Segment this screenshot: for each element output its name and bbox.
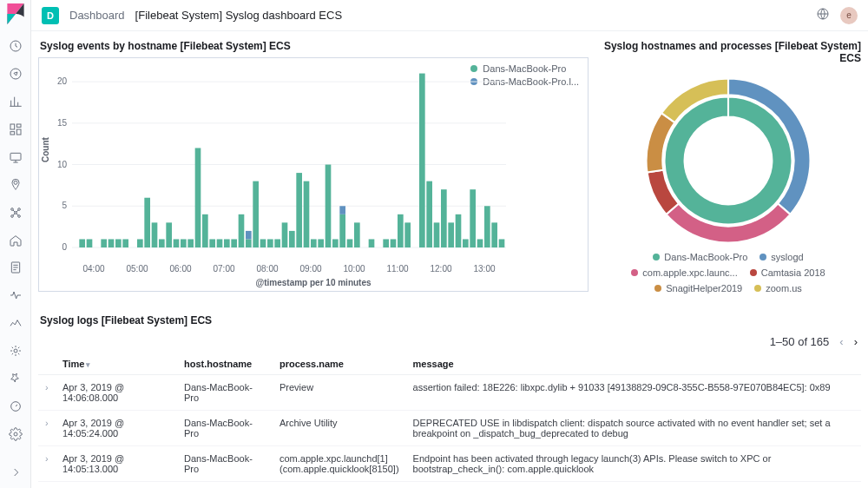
bar-chart[interactable]: Dans-MacBook-Pro Dans-MacBook-Pro.l... C…: [38, 57, 589, 292]
svg-rect-58: [311, 239, 317, 247]
x-axis-label: @timestamp per 10 minutes: [39, 278, 588, 287]
table-row[interactable]: ›Apr 3, 2019 @ 14:03:36.000Dans-MacBook-…: [38, 482, 861, 489]
dashboard-icon[interactable]: [7, 121, 24, 138]
svg-rect-68: [391, 239, 397, 247]
pager-prev-icon[interactable]: ‹: [839, 335, 843, 348]
svg-rect-73: [434, 222, 440, 247]
svg-rect-39: [181, 239, 187, 247]
siem-icon[interactable]: [7, 342, 24, 359]
th-host[interactable]: host.hostname: [177, 353, 273, 375]
svg-rect-53: [274, 239, 280, 247]
side-nav: [0, 0, 31, 488]
svg-rect-29: [101, 239, 107, 247]
svg-text:15: 15: [57, 118, 68, 128]
donut-chart[interactable]: Dans-MacBook-Pro syslogd com.apple.xpc.l…: [595, 69, 861, 304]
svg-rect-27: [79, 239, 85, 247]
cell-host: Dans-MacBook-Pro: [177, 482, 273, 489]
table-row[interactable]: ›Apr 3, 2019 @ 14:06:08.000Dans-MacBook-…: [38, 375, 861, 411]
svg-rect-78: [470, 189, 476, 247]
space-badge[interactable]: D: [42, 7, 59, 24]
dev-tools-icon[interactable]: [7, 370, 24, 387]
management-icon[interactable]: [7, 425, 24, 443]
newsfeed-icon[interactable]: [816, 7, 830, 23]
svg-text:20: 20: [57, 76, 68, 86]
svg-text:5: 5: [62, 201, 67, 210]
kibana-logo[interactable]: [7, 3, 24, 27]
svg-rect-2: [10, 124, 15, 129]
expand-icon[interactable]: ›: [38, 482, 56, 489]
svg-rect-38: [174, 239, 180, 247]
svg-rect-49: [246, 231, 252, 240]
svg-rect-46: [231, 239, 237, 247]
y-axis-label: Count: [41, 137, 50, 162]
svg-rect-44: [217, 239, 223, 247]
svg-rect-71: [419, 74, 425, 247]
table-row[interactable]: ›Apr 3, 2019 @ 14:05:13.000Dans-MacBook-…: [38, 446, 861, 482]
svg-rect-62: [339, 214, 345, 247]
pager-status: 1–50 of 165: [770, 335, 830, 348]
svg-rect-60: [326, 165, 332, 247]
expand-icon[interactable]: ›: [38, 411, 56, 446]
svg-point-8: [10, 208, 13, 210]
canvas-icon[interactable]: [7, 148, 24, 166]
logs-icon[interactable]: [7, 260, 24, 277]
expand-icon[interactable]: ›: [38, 375, 56, 411]
cell-msg: DEPRECATED USE in libdispatch client: di…: [406, 411, 861, 446]
maps-icon[interactable]: [7, 176, 24, 194]
user-avatar[interactable]: e: [840, 7, 858, 24]
uptime-icon[interactable]: [7, 314, 24, 332]
cell-time: Apr 3, 2019 @ 14:03:36.000: [56, 482, 177, 489]
svg-rect-82: [499, 239, 505, 247]
svg-rect-66: [369, 239, 375, 247]
svg-text:0: 0: [62, 242, 67, 252]
monitoring-icon[interactable]: [7, 398, 24, 415]
cell-proc: com.apple.xpc.launchd[1] (com.apple.quic…: [273, 446, 406, 482]
svg-rect-77: [463, 239, 469, 247]
cell-host: Dans-MacBook-Pro: [177, 375, 273, 411]
svg-rect-37: [166, 222, 172, 247]
svg-rect-72: [426, 181, 432, 247]
ml-icon[interactable]: [7, 204, 24, 221]
breadcrumb-root[interactable]: Dashboard: [69, 9, 125, 22]
svg-rect-63: [339, 206, 345, 214]
svg-rect-70: [404, 222, 411, 247]
svg-rect-75: [448, 222, 454, 247]
svg-rect-50: [253, 181, 259, 247]
svg-rect-55: [289, 231, 295, 247]
th-msg[interactable]: message: [406, 353, 861, 375]
syslog-table: Time▾ host.hostname process.name message…: [38, 353, 861, 488]
svg-point-15: [14, 432, 17, 436]
collapse-icon[interactable]: [7, 464, 24, 481]
visualize-icon[interactable]: [7, 93, 24, 110]
top-bar: D Dashboard [Filebeat System] Syslog das…: [31, 0, 868, 31]
svg-rect-36: [159, 239, 165, 247]
donut-chart-title: Syslog hostnames and processes [Filebeat…: [597, 40, 861, 64]
infra-icon[interactable]: [7, 232, 24, 249]
breadcrumb-current: [Filebeat System] Syslog dashboard ECS: [135, 9, 342, 22]
svg-point-9: [17, 208, 20, 210]
table-pager: 1–50 of 165 ‹ ›: [38, 332, 861, 353]
svg-point-1: [10, 69, 21, 79]
svg-rect-79: [477, 239, 483, 247]
svg-rect-5: [10, 131, 15, 134]
cell-proc: syslogd: [273, 482, 406, 489]
svg-rect-81: [491, 222, 497, 247]
expand-icon[interactable]: ›: [38, 446, 56, 482]
svg-point-10: [10, 214, 13, 217]
svg-rect-31: [115, 239, 122, 247]
bar-chart-title: Syslog events by hostname [Filebeat Syst…: [40, 40, 589, 52]
cell-host: Dans-MacBook-Pro: [177, 411, 273, 446]
apm-icon[interactable]: [7, 287, 24, 304]
svg-rect-35: [152, 222, 158, 247]
svg-rect-32: [122, 239, 128, 247]
table-row[interactable]: ›Apr 3, 2019 @ 14:05:24.000Dans-MacBook-…: [38, 411, 861, 446]
th-proc[interactable]: process.name: [273, 353, 406, 375]
discover-icon[interactable]: [7, 65, 24, 82]
svg-rect-47: [239, 214, 245, 247]
svg-rect-64: [347, 239, 353, 247]
recent-icon[interactable]: [7, 37, 24, 55]
pager-next-icon[interactable]: ›: [854, 335, 858, 348]
svg-rect-4: [16, 129, 21, 135]
th-time[interactable]: Time▾: [56, 353, 177, 375]
svg-point-7: [14, 181, 17, 184]
